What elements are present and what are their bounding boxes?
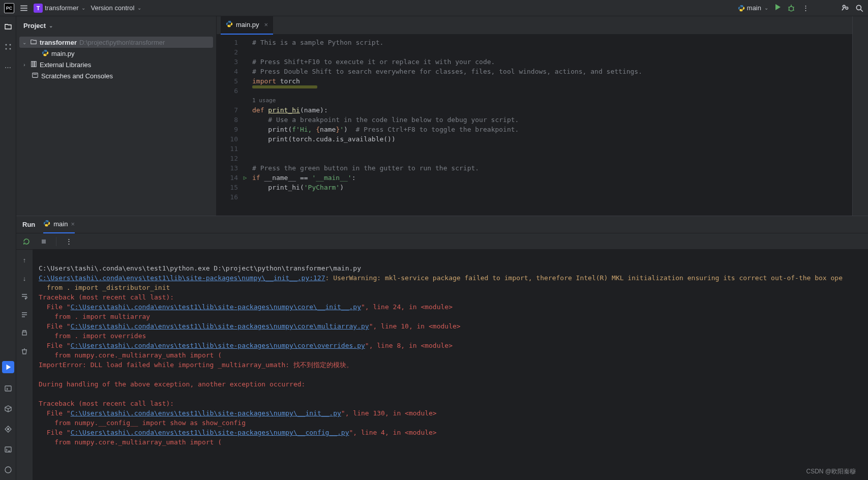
editor-tab-main[interactable]: main.py ×: [221, 16, 273, 35]
svg-rect-24: [35, 61, 37, 67]
file-link[interactable]: C:\Users\tashi\.conda\envs\test1\lib\sit…: [71, 322, 369, 330]
debug-button[interactable]: [787, 4, 796, 13]
close-tab-icon[interactable]: ×: [264, 21, 268, 28]
print-icon[interactable]: [19, 328, 29, 338]
search-icon[interactable]: [855, 4, 864, 13]
scratches-node[interactable]: Scratches and Consoles: [19, 70, 213, 81]
svg-line-8: [793, 10, 794, 10]
right-toolbar: [853, 16, 868, 216]
gutter-icons: ▷: [242, 35, 248, 216]
svg-point-15: [9, 44, 11, 46]
scratches-label: Scratches and Consoles: [41, 72, 113, 80]
hamburger-menu-icon[interactable]: [19, 4, 28, 13]
editor-tab-label: main.py: [236, 21, 259, 28]
file-node-main[interactable]: main.py: [19, 48, 213, 59]
project-panel-title: Project: [23, 22, 46, 29]
run-tab-label: main: [53, 220, 68, 228]
chevron-right-icon: ›: [21, 62, 27, 68]
library-icon: [30, 61, 37, 69]
root-name: transformer: [40, 39, 77, 46]
close-tab-icon[interactable]: ×: [71, 220, 75, 228]
run-panel: Run main × ⋮ ↑ ↓: [16, 216, 868, 480]
ide-logo: PC: [4, 3, 14, 13]
python-console-icon[interactable]: [3, 383, 13, 394]
svg-point-14: [5, 48, 7, 50]
file-label: main.py: [51, 50, 75, 57]
stop-icon[interactable]: [39, 236, 49, 247]
svg-rect-17: [5, 386, 11, 391]
svg-rect-23: [33, 61, 35, 67]
svg-rect-28: [22, 332, 26, 335]
project-root-node[interactable]: ⌄ transformer D:\project\python\transfor…: [19, 37, 213, 48]
run-title: Run: [22, 221, 35, 228]
terminal-icon[interactable]: [3, 444, 13, 455]
python-file-icon: [42, 49, 49, 58]
scratches-icon: [32, 72, 39, 80]
editor-panel: main.py × 12345678910111213141516 ▷ # Th…: [217, 16, 852, 216]
line-number-gutter: 12345678910111213141516: [217, 35, 242, 216]
titlebar: PC T transformer ⌄ Version control ⌄ mai…: [0, 0, 868, 16]
project-panel: Project ⌄ ⌄ transformer D:\project\pytho…: [16, 16, 217, 216]
up-icon[interactable]: ↑: [19, 255, 29, 265]
file-link[interactable]: C:\Users\tashi\.conda\envs\test1\lib\sit…: [71, 409, 341, 417]
soft-wrap-icon[interactable]: [19, 291, 29, 302]
version-control-label: Version control: [91, 4, 134, 12]
run-tabbar: Run main ×: [16, 216, 868, 233]
python-file-icon: [43, 220, 50, 228]
down-icon[interactable]: ↓: [19, 273, 29, 283]
more-icon[interactable]: ⋮: [64, 236, 74, 247]
highlight-annotation: [252, 85, 317, 88]
file-link[interactable]: C:\Users\tashi\.conda\envs\test1\lib\sit…: [71, 303, 361, 311]
svg-line-12: [860, 9, 863, 12]
run-tool-window-button[interactable]: [2, 361, 14, 373]
external-libraries-node[interactable]: › External Libraries: [19, 59, 213, 70]
run-config-label: main: [747, 4, 761, 12]
svg-line-7: [788, 10, 789, 10]
project-name-label: transformer: [45, 4, 78, 12]
file-link[interactable]: C:\Users\tashi\.conda\envs\test1\lib\sit…: [39, 274, 325, 282]
project-tool-icon[interactable]: [3, 21, 13, 32]
file-link[interactable]: C:\Users\tashi\.conda\envs\test1\lib\sit…: [71, 429, 349, 436]
run-config-selector[interactable]: main ⌄: [738, 4, 768, 12]
folder-icon: [30, 38, 37, 47]
run-tab-main[interactable]: main ×: [43, 216, 75, 233]
more-actions-icon[interactable]: ⋮: [801, 4, 810, 13]
root-path: D:\project\python\transformer: [79, 39, 165, 46]
project-selector[interactable]: T transformer ⌄: [34, 4, 85, 13]
svg-point-11: [856, 5, 861, 10]
services-icon[interactable]: [3, 424, 13, 434]
python-file-icon: [226, 20, 233, 29]
editor-tabbar: main.py ×: [217, 16, 852, 35]
project-panel-header[interactable]: Project ⌄: [16, 16, 216, 35]
svg-point-13: [5, 44, 7, 46]
chevron-down-icon: ⌄: [137, 5, 141, 11]
chevron-down-icon: ⌄: [21, 40, 27, 45]
usage-hint: 1 usage: [252, 96, 642, 105]
svg-line-6: [793, 7, 794, 7]
packages-icon[interactable]: [3, 404, 13, 414]
svg-point-19: [7, 429, 9, 430]
version-control-menu[interactable]: Version control ⌄: [91, 4, 141, 12]
run-left-gutter: ↑ ↓: [16, 250, 33, 480]
editor-body[interactable]: 12345678910111213141516 ▷ # This is a sa…: [217, 35, 852, 216]
python-icon: [738, 5, 745, 12]
svg-point-3: [789, 6, 794, 11]
code-with-me-icon[interactable]: [841, 4, 850, 13]
chevron-down-icon: ⌄: [764, 5, 768, 11]
rerun-icon[interactable]: [21, 236, 32, 247]
more-tools-icon[interactable]: ⋯: [3, 62, 13, 72]
file-link[interactable]: C:\Users\tashi\.conda\envs\test1\lib\sit…: [71, 342, 365, 349]
chevron-down-icon: ⌄: [81, 5, 85, 11]
code-content[interactable]: # This is a sample Python script. # Pres…: [248, 35, 642, 216]
run-gutter-icon[interactable]: ▷: [244, 173, 247, 183]
delete-icon[interactable]: [19, 346, 29, 356]
svg-rect-27: [42, 239, 46, 244]
structure-tool-icon[interactable]: [3, 42, 13, 52]
scroll-end-icon[interactable]: [19, 310, 29, 320]
run-button[interactable]: [773, 3, 782, 13]
chevron-down-icon: ⌄: [49, 23, 53, 28]
console-output[interactable]: C:\Users\tashi\.conda\envs\test1\python.…: [33, 250, 868, 480]
svg-line-5: [788, 7, 789, 7]
problems-icon[interactable]: [3, 465, 13, 475]
svg-point-10: [846, 7, 848, 9]
